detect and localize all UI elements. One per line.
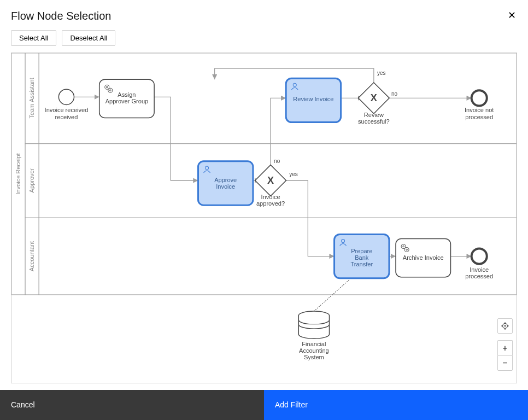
svg-text:Invoice: Invoice bbox=[470, 266, 489, 273]
svg-text:received: received bbox=[55, 114, 78, 120]
bpmn-canvas[interactable]: Invoice Receipt Team Assistant Approver … bbox=[11, 52, 517, 383]
svg-text:X: X bbox=[267, 175, 274, 186]
svg-text:successful?: successful? bbox=[358, 118, 390, 125]
plus-icon: + bbox=[502, 344, 507, 353]
close-button[interactable]: ✕ bbox=[504, 8, 519, 23]
svg-text:Assign: Assign bbox=[118, 91, 136, 98]
flow-label-no1: no bbox=[274, 158, 280, 164]
cancel-button[interactable]: Cancel bbox=[0, 390, 264, 420]
svg-point-54 bbox=[504, 325, 506, 327]
svg-text:Bank: Bank bbox=[355, 254, 369, 261]
svg-text:Approve: Approve bbox=[214, 177, 237, 183]
svg-text:Prepare: Prepare bbox=[351, 248, 372, 254]
reset-zoom-button[interactable] bbox=[497, 318, 513, 334]
target-icon bbox=[501, 322, 509, 330]
lane-accountant-label: Accountant bbox=[28, 241, 35, 271]
pool-label: Invoice Receipt bbox=[15, 153, 21, 194]
svg-text:Accounting: Accounting bbox=[299, 347, 329, 354]
zoom-in-button[interactable]: + bbox=[497, 340, 513, 355]
svg-point-7 bbox=[58, 89, 74, 104]
task-archive-invoice[interactable]: Archive Invoice bbox=[396, 238, 450, 277]
task-prepare-bank-transfer[interactable]: Prepare Bank Transfer bbox=[335, 234, 389, 278]
dialog-title: Flow Node Selection bbox=[11, 10, 111, 22]
add-filter-button[interactable]: Add Filter bbox=[264, 390, 528, 420]
flow-label-yes2: yes bbox=[377, 70, 386, 76]
lane-approver-label: Approver bbox=[28, 168, 35, 192]
deselect-all-button[interactable]: Deselect All bbox=[62, 30, 115, 46]
minus-icon: − bbox=[502, 359, 507, 368]
svg-text:Invoice: Invoice bbox=[216, 183, 235, 190]
flow-label-yes1: yes bbox=[289, 171, 298, 177]
zoom-out-button[interactable]: − bbox=[497, 355, 513, 371]
svg-text:Invoice: Invoice bbox=[261, 194, 280, 200]
svg-point-46 bbox=[472, 249, 487, 264]
svg-text:Invoice not: Invoice not bbox=[465, 107, 494, 113]
svg-text:Transfer: Transfer bbox=[350, 261, 373, 267]
task-assign-approver-group[interactable]: Assign Approver Group bbox=[99, 79, 154, 118]
task-review-invoice[interactable]: Review Invoice bbox=[286, 78, 341, 122]
svg-text:X: X bbox=[371, 92, 377, 103]
task-approve-invoice[interactable]: Approve Invoice bbox=[198, 161, 253, 205]
svg-text:Archive Invoice: Archive Invoice bbox=[403, 254, 444, 261]
close-icon: ✕ bbox=[508, 10, 516, 21]
svg-text:Invoice received: Invoice received bbox=[45, 107, 89, 113]
select-all-button[interactable]: Select All bbox=[11, 30, 56, 46]
svg-text:System: System bbox=[304, 354, 324, 360]
flow-label-no2: no bbox=[391, 91, 398, 97]
datastore-financial-accounting-system[interactable]: Financial Accounting System bbox=[298, 311, 329, 360]
svg-text:Review Invoice: Review Invoice bbox=[293, 96, 333, 102]
svg-text:Financial: Financial bbox=[302, 341, 326, 347]
svg-text:processed: processed bbox=[465, 114, 493, 120]
svg-text:approved?: approved? bbox=[256, 200, 285, 207]
svg-point-32 bbox=[472, 90, 487, 106]
svg-text:Review: Review bbox=[364, 112, 384, 118]
lane-team-assistant-label: Team Assistant bbox=[28, 78, 35, 118]
svg-text:Approver Group: Approver Group bbox=[105, 98, 148, 104]
svg-text:processed: processed bbox=[465, 273, 493, 279]
